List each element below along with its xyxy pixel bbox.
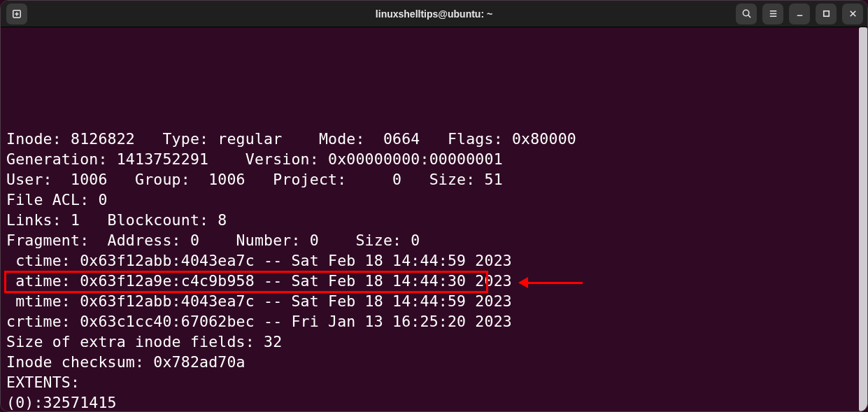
new-tab-button[interactable] (6, 3, 27, 24)
line-fragment: Fragment: Address: 0 Number: 0 Size: 0 (6, 230, 863, 250)
line-atime: atime: 0x63f12a9e:c4c9b958 -- Sat Feb 18… (6, 271, 863, 291)
line-crtime: crtime: 0x63c1cc40:67062bec -- Fri Jan 1… (6, 311, 863, 332)
line-generation: Generation: 1413752291 Version: 0x000000… (6, 149, 863, 169)
new-tab-icon (12, 9, 22, 19)
terminal-output: Inode: 8126822 Type: regular Mode: 0664 … (1, 68, 867, 411)
line-acl: File ACL: 0 (6, 190, 863, 210)
search-button[interactable] (736, 3, 757, 24)
terminal-window: linuxshelltips@ubuntu: ~ Inode: 8126822 … (0, 0, 868, 412)
line-checksum: Inode checksum: 0x782ad70a (6, 352, 863, 372)
line-inode: Inode: 8126822 Type: regular Mode: 0664 … (6, 129, 863, 149)
menu-button[interactable] (762, 3, 783, 24)
svg-rect-9 (823, 11, 829, 17)
line-ctime: ctime: 0x63f12abb:4043ea7c -- Sat Feb 18… (6, 250, 863, 271)
line-mtime: mtime: 0x63f12abb:4043ea7c -- Sat Feb 18… (6, 291, 863, 311)
svg-line-4 (748, 15, 750, 17)
close-icon (848, 8, 858, 19)
line-links: Links: 1 Blockcount: 8 (6, 210, 863, 230)
titlebar: linuxshelltips@ubuntu: ~ (1, 1, 867, 27)
svg-point-3 (743, 10, 748, 15)
line-extents: EXTENTS: (6, 372, 863, 392)
line-extrasize: Size of extra inode fields: 32 (6, 332, 863, 352)
scrollbar-thumb[interactable] (859, 27, 867, 411)
annotation-arrow (520, 282, 583, 284)
search-icon (741, 8, 752, 19)
line-extent0: (0):32571415 (6, 392, 863, 411)
window-title: linuxshelltips@ubuntu: ~ (173, 8, 695, 20)
line-user: User: 1006 Group: 1006 Project: 0 Size: … (6, 169, 863, 190)
minimize-icon (795, 8, 805, 19)
maximize-button[interactable] (816, 3, 837, 24)
scrollbar[interactable] (859, 27, 867, 411)
maximize-icon (821, 8, 832, 19)
hamburger-icon (768, 8, 778, 19)
minimize-button[interactable] (789, 3, 810, 24)
terminal-body[interactable]: Inode: 8126822 Type: regular Mode: 0664 … (1, 27, 867, 411)
close-button[interactable] (842, 3, 863, 24)
